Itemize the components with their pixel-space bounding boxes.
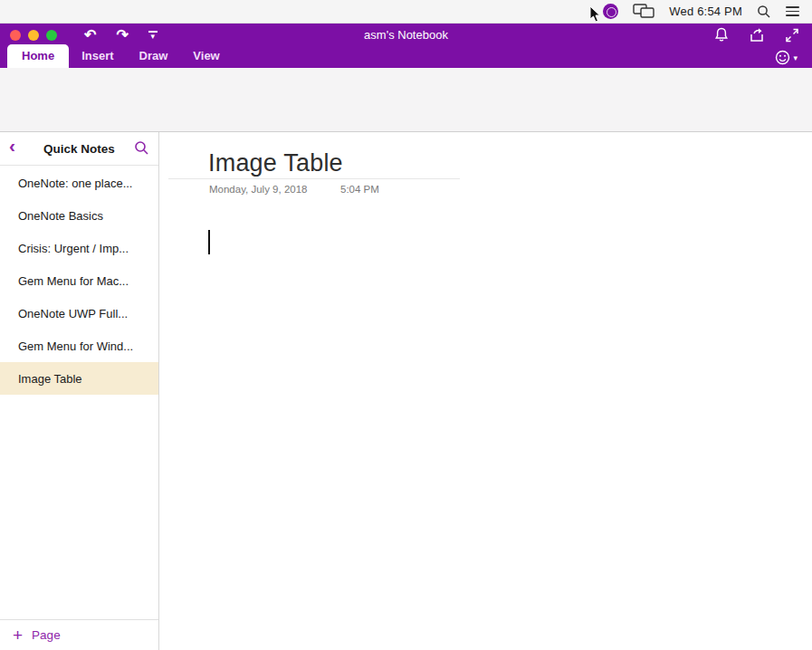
add-page-button[interactable]: + Page <box>0 619 158 650</box>
feedback-smiley-icon[interactable]: ▾ <box>775 50 798 68</box>
page-list-item[interactable]: OneNote UWP Full... <box>0 297 158 330</box>
displays-icon[interactable] <box>633 3 654 21</box>
page-list-item[interactable]: Gem Menu for Mac... <box>0 264 158 297</box>
notification-center-icon[interactable] <box>786 3 799 21</box>
onenote-window: Wed 6:54 PM ↶ ↷ ▾ asm's Notebook <box>0 0 812 650</box>
plus-icon: + <box>13 626 23 644</box>
page-date: Monday, July 9, 2018 <box>209 184 307 195</box>
page-list-item[interactable]: Crisis: Urgent / Imp... <box>0 232 158 264</box>
ribbon-tabs: Home Insert Draw View ▾ <box>0 46 812 68</box>
tab-draw[interactable]: Draw <box>127 45 181 68</box>
mouse-pointer <box>588 5 602 24</box>
page-list-item[interactable]: OneNote: one place... <box>0 167 158 199</box>
titlebar: ↶ ↷ ▾ asm's Notebook <box>0 24 812 46</box>
title-underline <box>168 178 460 179</box>
notifications-bell-icon[interactable] <box>714 27 729 43</box>
page-list-item[interactable]: OneNote Basics <box>0 199 158 232</box>
page-list-item[interactable]: Gem Menu for Wind... <box>0 330 158 362</box>
page-title[interactable]: Image Table <box>208 149 343 177</box>
page-time: 5:04 PM <box>340 184 379 195</box>
menubar-clock[interactable]: Wed 6:54 PM <box>669 5 742 18</box>
pages-sidebar: ‹ Quick Notes OneNote: one place... OneN… <box>0 132 159 650</box>
page-canvas[interactable]: Image Table Monday, July 9, 2018 5:04 PM <box>159 132 812 650</box>
page-list-item-selected[interactable]: Image Table <box>0 362 158 395</box>
back-chevron-icon[interactable]: ‹ <box>9 136 15 155</box>
share-icon[interactable] <box>749 27 765 43</box>
text-cursor <box>208 230 210 254</box>
onenote-status-icon[interactable] <box>603 3 618 21</box>
sidebar-header: ‹ Quick Notes <box>0 132 158 166</box>
tab-home[interactable]: Home <box>7 44 69 68</box>
notebook-title: asm's Notebook <box>0 28 812 42</box>
search-icon[interactable] <box>134 140 149 156</box>
spotlight-search-icon[interactable] <box>757 3 771 21</box>
fullscreen-expand-icon[interactable] <box>785 28 799 43</box>
ribbon: ▾ Paste ✂ Cut Copy <box>0 68 812 132</box>
page-list: OneNote: one place... OneNote Basics Cri… <box>0 167 158 395</box>
tab-insert[interactable]: Insert <box>69 45 126 68</box>
tab-view[interactable]: View <box>180 45 232 68</box>
macos-menubar: Wed 6:54 PM <box>0 0 812 24</box>
